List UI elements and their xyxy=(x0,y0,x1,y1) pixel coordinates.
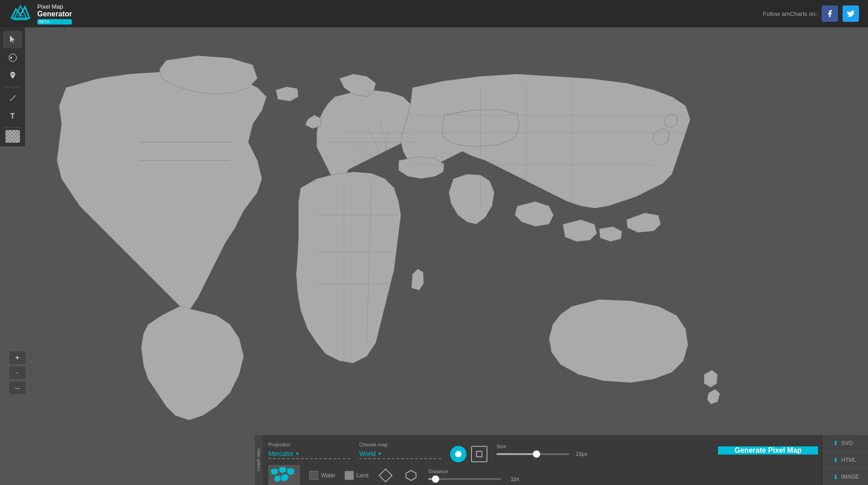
choose-map-section: Choose map World ▾ xyxy=(359,442,441,459)
export-svg-label: SVG xyxy=(841,440,853,446)
export-image-label: IMAGE xyxy=(841,474,859,480)
svg-rect-25 xyxy=(477,451,482,457)
projection-select[interactable]: Mercator ▾ xyxy=(268,449,350,459)
size-section: Size 16px xyxy=(497,444,587,457)
diamond-shape-button[interactable] xyxy=(379,468,393,482)
generate-button[interactable]: Generate Pixel Map xyxy=(718,446,818,455)
panel-row-2: Water Land Distance xyxy=(268,465,818,485)
size-slider-row: 16px xyxy=(497,451,587,457)
export-buttons: ⬇ SVG ⬇ HTML ⬇ IMAGE xyxy=(823,435,868,485)
svg-point-24 xyxy=(455,451,462,457)
hide-options-label: Hide options xyxy=(256,449,261,471)
land-color-row: Land xyxy=(345,471,369,480)
tool-separator-1 xyxy=(5,87,21,87)
app-subtitle: Pixel Map xyxy=(37,3,72,10)
distance-label: Distance xyxy=(428,469,519,474)
projection-label: Projection xyxy=(268,442,350,447)
hexagon-shape-button[interactable] xyxy=(403,467,419,484)
export-image-button[interactable]: ⬇ IMAGE xyxy=(824,469,868,485)
size-slider-track[interactable] xyxy=(497,453,569,455)
amcharts-logo xyxy=(9,2,32,25)
header: Pixel Map Generator BETA Follow amCharts… xyxy=(0,0,868,27)
choose-map-value: World xyxy=(359,450,376,457)
distance-slider-track[interactable] xyxy=(428,478,501,480)
projection-chevron: ▾ xyxy=(296,450,299,457)
svg-point-2 xyxy=(10,57,12,58)
logo-area: Pixel Map Generator BETA xyxy=(9,2,72,25)
select-tool[interactable] xyxy=(3,31,22,48)
tool-separator-2 xyxy=(5,127,21,128)
distance-value: 1px xyxy=(505,476,519,482)
export-image-icon: ⬇ xyxy=(833,473,838,480)
paint-tool[interactable] xyxy=(3,49,22,66)
projection-value: Mercator xyxy=(268,450,293,457)
water-color-row: Water xyxy=(309,471,336,480)
choose-map-select[interactable]: World ▾ xyxy=(359,449,441,459)
twitter-button[interactable] xyxy=(843,5,859,22)
line-tool[interactable] xyxy=(3,90,22,107)
export-html-button[interactable]: ⬇ HTML xyxy=(824,452,868,469)
size-label: Size xyxy=(497,444,587,449)
pin-tool[interactable] xyxy=(3,67,22,85)
social-area: Follow amCharts on: xyxy=(763,5,859,22)
land-color-swatch[interactable] xyxy=(345,471,354,480)
hide-options-button[interactable]: Hide options xyxy=(255,435,263,485)
text-tool[interactable]: T xyxy=(3,108,22,125)
app-name: Generator xyxy=(37,10,72,18)
export-svg-icon: ⬇ xyxy=(833,440,838,447)
zoom-in-button[interactable]: + xyxy=(9,351,25,364)
svg-line-3 xyxy=(10,95,15,101)
export-html-label: HTML xyxy=(841,457,856,463)
panel-content: Projection Mercator ▾ Choose map World ▾ xyxy=(263,435,823,485)
land-label: Land xyxy=(356,472,369,479)
export-html-icon: ⬇ xyxy=(833,456,838,464)
color-swatch[interactable] xyxy=(5,130,20,143)
panel-row-1: Projection Mercator ▾ Choose map World ▾ xyxy=(268,439,818,462)
map-thumb-svg xyxy=(268,465,300,485)
zoom-out-button[interactable]: — xyxy=(9,381,25,394)
map-area[interactable] xyxy=(25,27,868,485)
map-thumbnail xyxy=(268,465,300,485)
square-shape-button[interactable] xyxy=(471,446,487,462)
zoom-controls: + − — xyxy=(9,351,25,394)
app-title: Pixel Map Generator BETA xyxy=(37,3,72,25)
toolbar: T xyxy=(0,27,25,146)
follow-text: Follow amCharts on: xyxy=(763,10,817,17)
facebook-button[interactable] xyxy=(822,5,838,22)
water-label: Water xyxy=(321,472,336,479)
choose-map-chevron: ▾ xyxy=(378,450,381,457)
circle-shape-button[interactable] xyxy=(450,446,467,462)
projection-section: Projection Mercator ▾ xyxy=(268,442,350,459)
choose-map-label: Choose map xyxy=(359,442,441,447)
options-panel: Hide options Projection Mercator ▾ Choos… xyxy=(255,435,868,485)
size-value: 16px xyxy=(573,451,587,457)
distance-slider-row: 1px xyxy=(428,476,519,482)
zoom-reset-button[interactable]: − xyxy=(9,366,25,379)
svg-marker-27 xyxy=(406,470,416,480)
distance-section: Distance 1px xyxy=(428,469,519,482)
beta-badge: BETA xyxy=(37,19,72,25)
world-map-svg xyxy=(25,27,868,485)
water-color-swatch[interactable] xyxy=(309,471,318,480)
export-svg-button[interactable]: ⬇ SVG xyxy=(824,435,868,452)
